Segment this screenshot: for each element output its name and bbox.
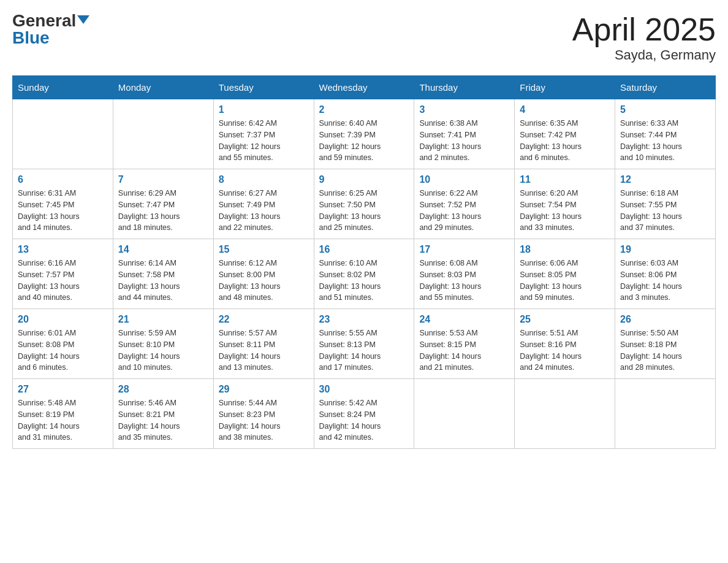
day-info: Sunrise: 5:57 AMSunset: 8:11 PMDaylight:… (219, 327, 309, 373)
day-info: Sunrise: 6:31 AMSunset: 7:45 PMDaylight:… (18, 188, 108, 234)
day-info: Sunrise: 6:08 AMSunset: 8:03 PMDaylight:… (419, 258, 509, 304)
calendar-cell (113, 99, 213, 169)
calendar-cell (414, 379, 515, 449)
day-number: 6 (18, 174, 108, 185)
calendar-cell: 16Sunrise: 6:10 AMSunset: 8:02 PMDayligh… (314, 239, 414, 309)
day-number: 12 (620, 174, 710, 185)
day-number: 7 (118, 174, 208, 185)
calendar-table: SundayMondayTuesdayWednesdayThursdayFrid… (12, 75, 716, 449)
day-info: Sunrise: 5:59 AMSunset: 8:10 PMDaylight:… (118, 327, 208, 373)
calendar-cell: 15Sunrise: 6:12 AMSunset: 8:00 PMDayligh… (213, 239, 314, 309)
column-header-sunday: Sunday (13, 76, 113, 99)
day-number: 18 (520, 244, 610, 255)
day-number: 25 (520, 314, 610, 325)
calendar-cell (515, 379, 615, 449)
day-info: Sunrise: 5:48 AMSunset: 8:19 PMDaylight:… (18, 397, 108, 443)
calendar-cell: 11Sunrise: 6:20 AMSunset: 7:54 PMDayligh… (515, 169, 615, 239)
calendar-title: April 2025 (572, 12, 716, 47)
day-info: Sunrise: 6:27 AMSunset: 7:49 PMDaylight:… (219, 188, 309, 234)
calendar-cell: 27Sunrise: 5:48 AMSunset: 8:19 PMDayligh… (13, 379, 113, 449)
calendar-cell: 28Sunrise: 5:46 AMSunset: 8:21 PMDayligh… (113, 379, 213, 449)
day-number: 16 (319, 244, 409, 255)
day-info: Sunrise: 6:29 AMSunset: 7:47 PMDaylight:… (118, 188, 208, 234)
day-info: Sunrise: 6:25 AMSunset: 7:50 PMDaylight:… (319, 188, 409, 234)
day-info: Sunrise: 6:20 AMSunset: 7:54 PMDaylight:… (520, 188, 610, 234)
day-number: 11 (520, 174, 610, 185)
calendar-cell: 4Sunrise: 6:35 AMSunset: 7:42 PMDaylight… (515, 99, 615, 169)
day-info: Sunrise: 5:44 AMSunset: 8:23 PMDaylight:… (219, 397, 309, 443)
calendar-cell: 2Sunrise: 6:40 AMSunset: 7:39 PMDaylight… (314, 99, 414, 169)
calendar-cell: 22Sunrise: 5:57 AMSunset: 8:11 PMDayligh… (213, 309, 314, 379)
calendar-cell: 10Sunrise: 6:22 AMSunset: 7:52 PMDayligh… (414, 169, 515, 239)
day-number: 21 (118, 314, 208, 325)
column-header-thursday: Thursday (414, 76, 515, 99)
day-info: Sunrise: 6:40 AMSunset: 7:39 PMDaylight:… (319, 118, 409, 164)
column-header-friday: Friday (515, 76, 615, 99)
day-number: 19 (620, 244, 710, 255)
day-info: Sunrise: 6:03 AMSunset: 8:06 PMDaylight:… (620, 258, 710, 304)
calendar-cell: 9Sunrise: 6:25 AMSunset: 7:50 PMDaylight… (314, 169, 414, 239)
day-number: 17 (419, 244, 509, 255)
day-number: 30 (319, 384, 409, 395)
calendar-cell: 7Sunrise: 6:29 AMSunset: 7:47 PMDaylight… (113, 169, 213, 239)
calendar-cell: 25Sunrise: 5:51 AMSunset: 8:16 PMDayligh… (515, 309, 615, 379)
day-info: Sunrise: 6:22 AMSunset: 7:52 PMDaylight:… (419, 188, 509, 234)
week-row-2: 6Sunrise: 6:31 AMSunset: 7:45 PMDaylight… (13, 169, 716, 239)
calendar-location: Sayda, Germany (572, 47, 716, 63)
calendar-cell: 30Sunrise: 5:42 AMSunset: 8:24 PMDayligh… (314, 379, 414, 449)
calendar-cell: 13Sunrise: 6:16 AMSunset: 7:57 PMDayligh… (13, 239, 113, 309)
column-header-monday: Monday (113, 76, 213, 99)
day-info: Sunrise: 6:35 AMSunset: 7:42 PMDaylight:… (520, 118, 610, 164)
day-info: Sunrise: 5:51 AMSunset: 8:16 PMDaylight:… (520, 327, 610, 373)
calendar-cell: 24Sunrise: 5:53 AMSunset: 8:15 PMDayligh… (414, 309, 515, 379)
day-info: Sunrise: 5:46 AMSunset: 8:21 PMDaylight:… (118, 397, 208, 443)
day-number: 15 (219, 244, 309, 255)
day-info: Sunrise: 5:55 AMSunset: 8:13 PMDaylight:… (319, 327, 409, 373)
calendar-cell: 19Sunrise: 6:03 AMSunset: 8:06 PMDayligh… (615, 239, 716, 309)
calendar-cell: 14Sunrise: 6:14 AMSunset: 7:58 PMDayligh… (113, 239, 213, 309)
day-number: 29 (219, 384, 309, 395)
day-info: Sunrise: 6:12 AMSunset: 8:00 PMDaylight:… (219, 258, 309, 304)
day-number: 3 (419, 104, 509, 115)
calendar-cell: 6Sunrise: 6:31 AMSunset: 7:45 PMDaylight… (13, 169, 113, 239)
day-number: 2 (319, 104, 409, 115)
logo-blue: Blue (12, 29, 50, 47)
day-info: Sunrise: 6:16 AMSunset: 7:57 PMDaylight:… (18, 258, 108, 304)
calendar-header-row: SundayMondayTuesdayWednesdayThursdayFrid… (13, 76, 716, 99)
day-info: Sunrise: 6:01 AMSunset: 8:08 PMDaylight:… (18, 327, 108, 373)
calendar-cell: 1Sunrise: 6:42 AMSunset: 7:37 PMDaylight… (213, 99, 314, 169)
day-info: Sunrise: 6:06 AMSunset: 8:05 PMDaylight:… (520, 258, 610, 304)
day-info: Sunrise: 6:42 AMSunset: 7:37 PMDaylight:… (219, 118, 309, 164)
title-block: April 2025 Sayda, Germany (572, 12, 716, 63)
day-number: 9 (319, 174, 409, 185)
day-info: Sunrise: 6:18 AMSunset: 7:55 PMDaylight:… (620, 188, 710, 234)
week-row-5: 27Sunrise: 5:48 AMSunset: 8:19 PMDayligh… (13, 379, 716, 449)
calendar-cell: 20Sunrise: 6:01 AMSunset: 8:08 PMDayligh… (13, 309, 113, 379)
calendar-cell (13, 99, 113, 169)
calendar-cell: 12Sunrise: 6:18 AMSunset: 7:55 PMDayligh… (615, 169, 716, 239)
calendar-cell: 29Sunrise: 5:44 AMSunset: 8:23 PMDayligh… (213, 379, 314, 449)
calendar-cell: 8Sunrise: 6:27 AMSunset: 7:49 PMDaylight… (213, 169, 314, 239)
day-number: 28 (118, 384, 208, 395)
calendar-cell: 18Sunrise: 6:06 AMSunset: 8:05 PMDayligh… (515, 239, 615, 309)
day-number: 22 (219, 314, 309, 325)
column-header-tuesday: Tuesday (213, 76, 314, 99)
day-number: 5 (620, 104, 710, 115)
day-info: Sunrise: 6:10 AMSunset: 8:02 PMDaylight:… (319, 258, 409, 304)
page-header: General Blue April 2025 Sayda, Germany (12, 12, 716, 63)
day-number: 20 (18, 314, 108, 325)
day-number: 24 (419, 314, 509, 325)
day-info: Sunrise: 5:50 AMSunset: 8:18 PMDaylight:… (620, 327, 710, 373)
day-number: 23 (319, 314, 409, 325)
calendar-cell (615, 379, 716, 449)
calendar-cell: 17Sunrise: 6:08 AMSunset: 8:03 PMDayligh… (414, 239, 515, 309)
day-number: 4 (520, 104, 610, 115)
week-row-4: 20Sunrise: 6:01 AMSunset: 8:08 PMDayligh… (13, 309, 716, 379)
day-number: 13 (18, 244, 108, 255)
day-number: 27 (18, 384, 108, 395)
calendar-cell: 3Sunrise: 6:38 AMSunset: 7:41 PMDaylight… (414, 99, 515, 169)
logo: General Blue (12, 12, 89, 47)
day-number: 14 (118, 244, 208, 255)
calendar-cell: 21Sunrise: 5:59 AMSunset: 8:10 PMDayligh… (113, 309, 213, 379)
column-header-wednesday: Wednesday (314, 76, 414, 99)
